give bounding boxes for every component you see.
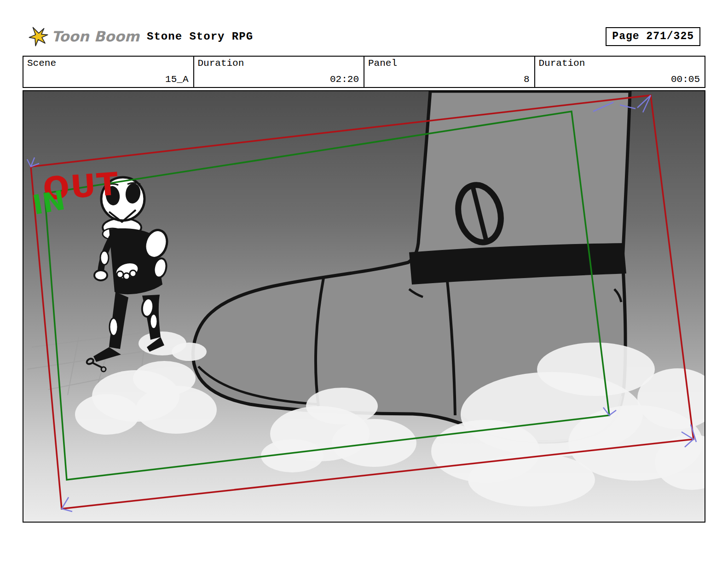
- info-cell-scene: Scene 15_A: [23, 57, 193, 87]
- panel-artwork: OUT IN: [23, 91, 705, 522]
- scene-value: 15_A: [165, 74, 188, 85]
- info-cell-panel: Panel 8: [364, 57, 534, 87]
- toonboom-logo: Toon Boom: [28, 26, 139, 47]
- camera-in-label: IN: [30, 185, 68, 221]
- storyboard-page: Toon Boom Stone Story RPG Page 271/325 S…: [0, 0, 728, 564]
- panel-duration-label: Duration: [539, 58, 585, 69]
- scene-duration-label: Duration: [198, 58, 244, 69]
- panel-duration-value: 00:05: [671, 74, 700, 85]
- toonboom-logo-text: Toon Boom: [52, 28, 139, 45]
- page-number-box: Page 271/325: [606, 27, 700, 46]
- scene-label: Scene: [27, 58, 56, 69]
- toonboom-starburst-icon: [28, 26, 49, 47]
- scene-duration-value: 02:20: [330, 74, 359, 85]
- panel-label: Panel: [368, 58, 397, 69]
- project-title: Stone Story RPG: [147, 30, 253, 43]
- storyboard-panel: OUT IN: [23, 90, 705, 523]
- info-table: Scene 15_A Duration 02:20 Panel 8 Durati…: [23, 56, 705, 88]
- header: Toon Boom Stone Story RPG Page 271/325: [28, 25, 700, 48]
- info-cell-scene-duration: Duration 02:20: [193, 57, 364, 87]
- info-cell-panel-duration: Duration 00:05: [534, 57, 705, 87]
- panel-value: 8: [524, 74, 530, 85]
